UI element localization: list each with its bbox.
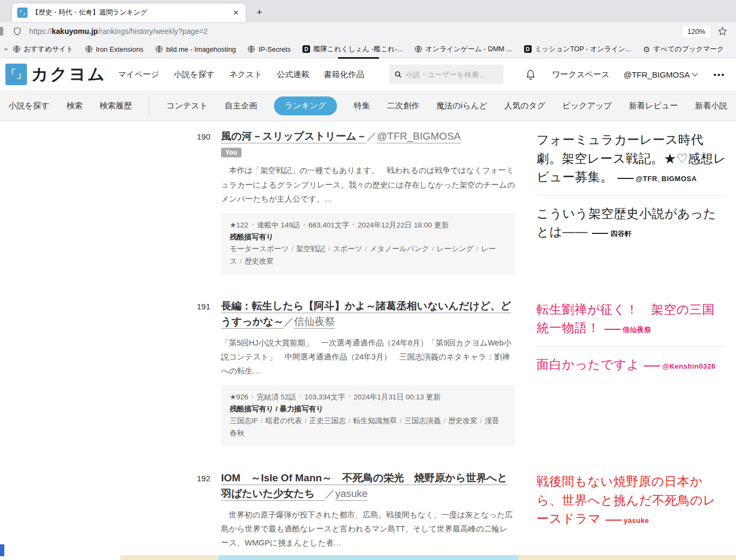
kakuyomu-logo-text: カクヨム [31, 63, 106, 86]
novel-title-link[interactable]: 長編：転生したら【阿斗】かよ～諸葛丞相いないんだけど、どうすっかな～ [221, 300, 511, 327]
nav-next[interactable]: ネクスト [229, 70, 262, 80]
author-link[interactable]: yasuke [335, 488, 368, 499]
dmm-favicon-icon: D [524, 45, 532, 53]
subnav-derivative-works[interactable]: 二次創作 [387, 101, 419, 111]
serial-status: 連載中 149話 [257, 221, 300, 229]
bookmark-mission-top[interactable]: D ミッションTOP - オンライン... [524, 45, 631, 54]
tracking-shield-icon[interactable] [13, 27, 22, 36]
subnav-features[interactable]: 特集 [354, 101, 370, 111]
bookmark-iron-extensions[interactable]: Iron Extensions [85, 45, 143, 53]
subnav-search[interactable]: 検索 [66, 101, 82, 111]
author-separator: ／ [367, 130, 377, 142]
tag-link[interactable]: メタノールパンク [370, 245, 429, 253]
review-attribution[interactable]: yasuke [601, 516, 649, 524]
kakuyomu-logo[interactable]: 「」 カクヨム [5, 63, 106, 86]
tag-link[interactable]: 三国志演義 [404, 417, 441, 425]
globe-icon [13, 45, 20, 53]
tag-link[interactable]: レーシング [437, 245, 474, 253]
subnav-new-novels[interactable]: 新着小説 [695, 101, 727, 111]
tag-separator: / [480, 417, 482, 425]
site-header: 「」 カクヨム マイページ 小説を探す ネクスト 公式連載 書籍化作品 ワークス… [0, 58, 736, 91]
zoom-level-badge[interactable]: 120% [683, 26, 710, 37]
tag-link[interactable]: 転生知識無双 [353, 417, 397, 425]
novel-title-link[interactable]: 風の河－スリップストリーム－ [221, 130, 367, 142]
bookmark-star-icon[interactable] [718, 26, 727, 36]
workspace-link[interactable]: ワークスペース [552, 70, 610, 80]
tag-link[interactable]: モータースポーツ [230, 245, 289, 253]
subnav-self-projects[interactable]: 自主企画 [225, 101, 257, 111]
review-catchphrase[interactable]: フォーミュラカーレース時代劇。架空レース戦記。★♡感想レビュー募集。@TFR_B… [536, 130, 726, 186]
nav-find-novels[interactable]: 小説を探す [174, 70, 215, 80]
nav-mypage[interactable]: マイページ [118, 70, 159, 80]
novel-stats-box: ★926•完結済 52話•103,334文字•2024年1月31日 00:13 … [221, 385, 515, 446]
clipped-bookmark-icon [4, 49, 8, 50]
char-count: 103,334文字 [304, 393, 345, 401]
tag-link[interactable]: 暗君の代表 [265, 417, 302, 425]
account-menu[interactable]: @TFR_BIGMOSA [623, 70, 697, 79]
bookmark-label: 艦隊これくしょん -艦これ-... [313, 45, 403, 54]
tag-link[interactable]: 三国志IF [230, 417, 258, 425]
review-catchphrase[interactable]: こういう架空歴史小説があったとは――四谷軒 [536, 204, 726, 241]
browser-toolbar: https://kakuyomu.jp/rankings/history/wee… [0, 22, 736, 40]
review-catchphrase[interactable]: 転生劉禅が征く！ 架空の三国統一物語！信仙夜祭 [536, 300, 726, 337]
bookmark-online-game-dmm[interactable]: オンラインゲーム - DMM ... [415, 45, 512, 54]
bookmark-bildme[interactable]: bild.me - Imagehosting [155, 45, 236, 53]
clipped-toolbar-icon [0, 27, 3, 36]
more-menu-icon[interactable]: ••• [713, 70, 725, 79]
bookmark-label: Iron Extensions [96, 45, 143, 53]
author-link[interactable]: @TFR_BIGMOSA [377, 130, 460, 142]
bookmark-ip-secrets[interactable]: IP-Secrets [247, 45, 291, 53]
bookmark-kancolle[interactable]: D 艦隊これくしょん -艦これ-... [302, 45, 403, 54]
attribution-dash [606, 520, 622, 521]
author-link[interactable]: 信仙夜祭 [294, 316, 335, 327]
nav-published-works[interactable]: 書籍化作品 [324, 70, 364, 80]
review-attribution[interactable]: 信仙夜祭 [600, 326, 652, 334]
attribution-dash [604, 329, 621, 330]
review-attribution[interactable]: @Kenshin0326 [639, 362, 716, 370]
author-separator: ／ [325, 488, 335, 499]
tag-link[interactable]: 架空戦記 [296, 245, 325, 253]
review-catchphrase[interactable]: 面白かったですよ@Kenshin0326 [536, 355, 726, 374]
tag-list: モータースポーツ/架空戦記/スポーツ/メタノールパンク/レーシング/レース/歴史… [230, 243, 506, 267]
browser-tab[interactable]: 「」 【歴史・時代・伝奇】週間ランキング ✕ [12, 3, 246, 22]
search-input[interactable] [405, 71, 498, 79]
new-tab-button[interactable]: + [251, 4, 267, 20]
review-column: 戦後間もない焼野原の日本から、世界へと挑んだ不死鳥のレースドラマyasuke [536, 470, 726, 560]
tag-link[interactable]: 歴史改変 [448, 417, 477, 425]
tab-close-icon[interactable]: ✕ [231, 9, 240, 17]
all-bookmarks-button[interactable]: ⚙ すべてのブックマーク [643, 45, 724, 54]
tag-separator: / [240, 257, 242, 265]
bookmark-osusume[interactable]: おすすめサイト [13, 45, 73, 54]
bookmark-label: おすすめサイト [24, 45, 73, 54]
subnav-popular-tags[interactable]: 人気のタグ [504, 101, 545, 111]
subnav-find-novels[interactable]: 小説を探す [9, 101, 50, 111]
bookmark-label: bild.me - Imagehosting [166, 45, 236, 53]
subnav-search-history[interactable]: 検索履歴 [100, 101, 132, 111]
review-item: こういう架空歴史小説があったとは――四谷軒 [536, 195, 726, 250]
ranking-list: 190 風の河－スリップストリーム－／@TFR_BIGMOSA You 本作は「… [0, 121, 736, 560]
subnav-pickup[interactable]: ピックアップ [562, 101, 612, 111]
nav-official-serials[interactable]: 公式連載 [277, 70, 309, 80]
you-badge: You [221, 148, 242, 157]
notifications-bell-icon[interactable] [525, 69, 536, 80]
review-item: 面白かったですよ@Kenshin0326 [536, 346, 726, 383]
subnav-contest[interactable]: コンテスト [166, 101, 208, 111]
author-separator: ／ [284, 316, 294, 327]
subnav-new-reviews[interactable]: 新着レビュー [629, 101, 678, 111]
review-attribution[interactable]: 四谷軒 [588, 230, 632, 238]
subnav-maho-iland[interactable]: 魔法のiらんど [436, 101, 487, 111]
address-bar[interactable]: https://kakuyomu.jp/rankings/history/wee… [29, 27, 683, 36]
novel-description: 「第5回HJ小説大賞前期」 一次選考通過作品（24年8月）「第9回カクヨムWeb… [221, 336, 515, 378]
browser-tab-bar: 「」 【歴史・時代・伝奇】週間ランキング ✕ + [0, 0, 736, 22]
review-attribution[interactable]: @TFR_BIGMOSA [613, 175, 697, 183]
site-search[interactable] [389, 65, 504, 84]
tag-link[interactable]: 歴史改変 [245, 257, 274, 265]
bookmark-drop-indicator [338, 57, 379, 59]
tag-link[interactable]: 正史三国志 [309, 417, 346, 425]
subnav-ranking-active[interactable]: ランキング [274, 96, 337, 115]
tag-link[interactable]: スポーツ [333, 245, 362, 253]
review-catchphrase[interactable]: 戦後間もない焼野原の日本から、世界へと挑んだ不死鳥のレースドラマyasuke [536, 472, 726, 528]
review-item: 転生劉禅が征く！ 架空の三国統一物語！信仙夜祭 [536, 299, 726, 346]
tag-separator: / [305, 417, 307, 425]
kakuyomu-favicon-icon: 「」 [17, 8, 27, 18]
